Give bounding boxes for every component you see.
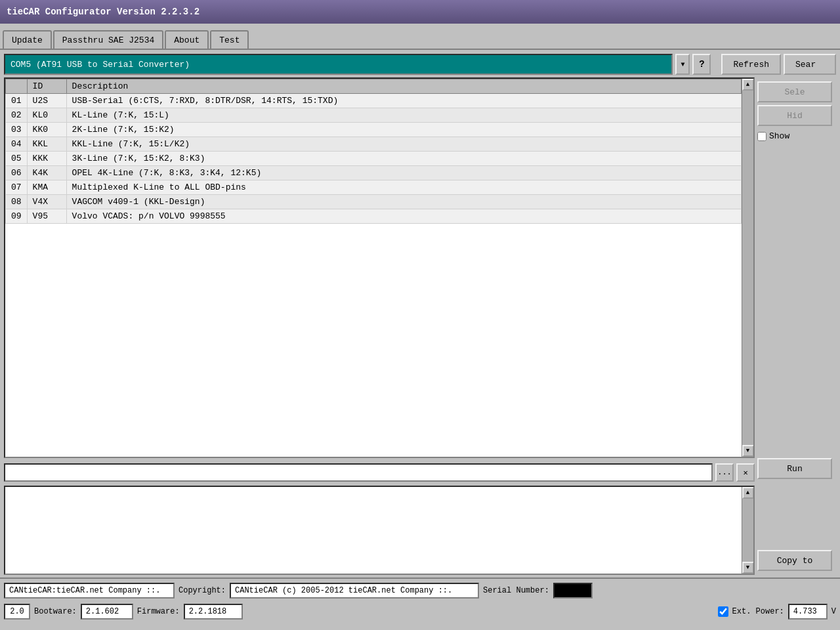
cell-description: USB-Serial (6:CTS, 7:RXD, 8:DTR/DSR, 14:… [66,94,741,108]
search-button[interactable]: Sear [784,54,836,75]
serial-field [553,583,593,598]
status-row-2: 2.0 Bootware: 2.1.602 Firmware: 2.2.1818… [4,602,836,621]
cell-id: KKL [27,137,66,152]
select-button[interactable]: Sele [757,81,832,102]
right-panel: Sele Hid Show Run [757,77,836,483]
cell-id: KL0 [27,108,66,123]
tab-update[interactable]: Update [3,30,52,49]
bootware-field: 2.1.602 [81,604,133,620]
browse-button[interactable]: ... [715,463,734,482]
cell-description: KL-Line (7:K, 15:L) [66,108,741,123]
voltage-field: 4.733 [788,604,828,620]
table-inner: ID Description 01 U2S USB-Serial (6:CTS,… [5,79,742,457]
cell-id: V4X [27,195,66,209]
cell-num: 04 [6,137,28,152]
tab-test[interactable]: Test [210,30,249,49]
cell-id: K4K [27,166,66,180]
cell-id: V95 [27,209,66,224]
table-scrollbar: ▲ ▼ [742,79,753,457]
table-row[interactable]: 04 KKL KKL-Line (7:K, 15:L/K2) [6,137,742,152]
second-table-inner [5,487,742,574]
show-checkbox-row: Show [757,131,832,141]
show-label: Show [769,131,789,141]
device-table: ID Description 01 U2S USB-Serial (6:CTS,… [5,79,742,224]
company-field: CANtieCAR:tieCAR.net Company ::. [4,583,175,598]
second-table-container: ▲ ▼ [4,486,755,575]
ext-power-label: Ext. Power: [732,607,784,616]
second-scroll-down-btn[interactable]: ▼ [742,562,754,574]
clear-button[interactable]: ✕ [736,463,755,482]
cell-description: Multiplexed K-Line to ALL OBD-pins [66,180,741,195]
second-area: ▲ ▼ Copy to [0,486,840,578]
col-num [6,79,28,94]
ext-power-checkbox[interactable] [718,606,728,617]
copyright-field: CANtieCAR (c) 2005-2012 tieCAR.net Compa… [230,583,479,598]
table-row[interactable]: 07 KMA Multiplexed K-Line to ALL OBD-pin… [6,180,742,195]
path-input[interactable] [4,463,713,482]
status-bar: CANtieCAR:tieCAR.net Company ::. Copyrig… [0,578,840,630]
tab-passthru[interactable]: Passthru SAE J2534 [53,30,163,49]
table-header-row: ID Description [6,79,742,94]
cell-description: 2K-Line (7:K, 15:K2) [66,123,741,137]
com-port-row: COM5 (AT91 USB to Serial Converter) ▼ ? … [0,50,840,77]
table-row[interactable]: 08 V4X VAGCOM v409-1 (KKL-Design) [6,195,742,209]
firmware-label: Firmware: [137,607,180,616]
cell-id: KMA [27,180,66,195]
firmware-field: 2.2.1818 [184,604,243,620]
col-id: ID [27,79,66,94]
show-checkbox[interactable] [757,132,766,141]
table-row[interactable]: 03 KK0 2K-Line (7:K, 15:K2) [6,123,742,137]
col-description: Description [66,79,741,94]
voltage-unit: V [831,607,836,616]
bottom-input-row: ... ✕ [4,462,755,483]
cell-num: 07 [6,180,28,195]
app-title: tieCAR Configurator Version 2.2.3.2 [7,7,200,17]
cell-id: KKK [27,152,66,166]
com-port-dropdown-btn[interactable]: ▼ [675,54,690,75]
scroll-up-btn[interactable]: ▲ [742,79,754,91]
cell-description: KKL-Line (7:K, 15:L/K2) [66,137,741,152]
cell-description: Volvo VCADS: p/n VOLVO 9998555 [66,209,741,224]
table-row[interactable]: 01 U2S USB-Serial (6:CTS, 7:RXD, 8:DTR/D… [6,94,742,108]
help-button[interactable]: ? [692,54,711,75]
cell-description: 3K-Line (7:K, 15:K2, 8:K3) [66,152,741,166]
copy-to-button[interactable]: Copy to [757,550,832,571]
hide-button[interactable]: Hid [757,105,832,126]
table-row[interactable]: 09 V95 Volvo VCADS: p/n VOLVO 9998555 [6,209,742,224]
table-row[interactable]: 02 KL0 KL-Line (7:K, 15:L) [6,108,742,123]
scroll-track[interactable] [742,91,753,445]
refresh-button[interactable]: Refresh [721,54,781,75]
cell-num: 08 [6,195,28,209]
table-row[interactable]: 05 KKK 3K-Line (7:K, 15:K2, 8:K3) [6,152,742,166]
cell-id: U2S [27,94,66,108]
copyright-label: Copyright: [178,586,226,595]
status-row-1: CANtieCAR:tieCAR.net Company ::. Copyrig… [4,581,836,600]
version-field: 2.0 [4,604,30,620]
cell-description: OPEL 4K-Line (7:K, 8:K3, 3:K4, 12:K5) [66,166,741,180]
bootware-label: Bootware: [34,607,77,616]
scroll-down-btn[interactable]: ▼ [742,445,754,457]
com-port-display: COM5 (AT91 USB to Serial Converter) [4,54,673,75]
cell-num: 06 [6,166,28,180]
serial-label: Serial Number: [483,586,549,595]
cell-description: VAGCOM v409-1 (KKL-Design) [66,195,741,209]
tab-about[interactable]: About [165,30,209,49]
cell-num: 02 [6,108,28,123]
table-row[interactable]: 06 K4K OPEL 4K-Line (7:K, 8:K3, 3:K4, 12… [6,166,742,180]
cell-num: 03 [6,123,28,137]
main-table-container: ID Description 01 U2S USB-Serial (6:CTS,… [4,77,755,458]
tab-bar: Update Passthru SAE J2534 About Test [0,24,840,50]
title-bar: tieCAR Configurator Version 2.2.3.2 [0,0,840,24]
cell-num: 05 [6,152,28,166]
second-scroll-up-btn[interactable]: ▲ [742,487,754,499]
cell-num: 01 [6,94,28,108]
cell-num: 09 [6,209,28,224]
right-panel-bottom: Copy to [757,486,836,575]
second-scroll-track[interactable] [742,499,753,562]
cell-id: KK0 [27,123,66,137]
second-scrollbar: ▲ ▼ [742,487,753,574]
run-button[interactable]: Run [757,458,832,479]
